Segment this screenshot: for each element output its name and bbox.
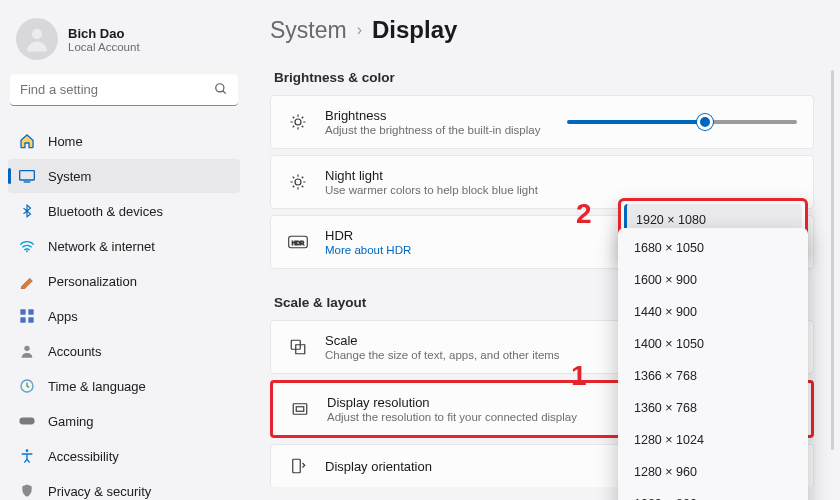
gaming-icon [18, 412, 36, 430]
svg-point-1 [216, 84, 224, 92]
accessibility-icon [18, 447, 36, 465]
hdr-icon: HDR [287, 235, 309, 249]
sidebar-item-system[interactable]: System [8, 159, 240, 193]
card-brightness[interactable]: Brightness Adjust the brightness of the … [270, 95, 814, 149]
user-subtitle: Local Account [68, 41, 140, 53]
nav-label: Accounts [48, 344, 101, 359]
nav-label: Accessibility [48, 449, 119, 464]
avatar [16, 18, 58, 60]
resolution-dropdown-list: 1680 × 1050 1600 × 900 1440 × 900 1400 ×… [618, 228, 808, 500]
night-light-icon [287, 173, 309, 191]
svg-rect-19 [296, 407, 304, 412]
main-content: System › Display Brightness & color Brig… [248, 0, 840, 500]
breadcrumb-parent[interactable]: System [270, 17, 347, 44]
card-subtitle: Use warmer colors to help block blue lig… [325, 184, 797, 196]
time-icon [18, 377, 36, 395]
svg-text:HDR: HDR [292, 240, 304, 246]
svg-rect-18 [293, 404, 307, 415]
sidebar-item-home[interactable]: Home [8, 124, 240, 158]
accounts-icon [18, 342, 36, 360]
nav-label: System [48, 169, 91, 184]
dropdown-item[interactable]: 1280 × 960 [622, 456, 804, 488]
dropdown-item[interactable]: 1366 × 768 [622, 360, 804, 392]
dropdown-item[interactable]: 1600 × 900 [622, 264, 804, 296]
annotation-1: 1 [571, 360, 587, 392]
svg-point-14 [295, 179, 301, 185]
sidebar-item-personalization[interactable]: Personalization [8, 264, 240, 298]
dropdown-item[interactable]: 1440 × 900 [622, 296, 804, 328]
svg-point-4 [26, 250, 28, 252]
card-title: Brightness [325, 108, 551, 123]
svg-rect-7 [20, 317, 25, 322]
svg-point-12 [26, 449, 29, 452]
chevron-right-icon: › [357, 21, 362, 39]
privacy-icon [18, 482, 36, 500]
svg-rect-5 [20, 309, 25, 314]
svg-rect-8 [28, 317, 33, 322]
page-title: Display [372, 16, 457, 44]
svg-point-0 [32, 29, 42, 39]
nav-label: Network & internet [48, 239, 155, 254]
home-icon [18, 132, 36, 150]
nav-label: Home [48, 134, 83, 149]
scale-icon [287, 338, 309, 356]
sidebar-item-gaming[interactable]: Gaming [8, 404, 240, 438]
orientation-icon [287, 457, 309, 475]
sidebar-item-network[interactable]: Network & internet [8, 229, 240, 263]
section-brightness-color: Brightness & color [274, 70, 814, 85]
card-subtitle: Adjust the brightness of the built-in di… [325, 124, 551, 136]
nav-label: Apps [48, 309, 78, 324]
svg-rect-6 [28, 309, 33, 314]
annotation-2: 2 [576, 198, 592, 230]
brightness-slider[interactable] [567, 120, 797, 124]
network-icon [18, 237, 36, 255]
dropdown-item[interactable]: 1280 × 1024 [622, 424, 804, 456]
sidebar-item-accounts[interactable]: Accounts [8, 334, 240, 368]
personalization-icon [18, 272, 36, 290]
dropdown-item[interactable]: 1680 × 1050 [622, 232, 804, 264]
nav-label: Personalization [48, 274, 137, 289]
nav-label: Privacy & security [48, 484, 151, 499]
svg-rect-2 [20, 171, 35, 180]
nav-label: Bluetooth & devices [48, 204, 163, 219]
user-name: Bich Dao [68, 26, 140, 41]
dropdown-item[interactable]: 1400 × 1050 [622, 328, 804, 360]
sidebar: Bich Dao Local Account Home System Bluet… [0, 0, 248, 500]
dropdown-item[interactable]: 1280 × 800 [622, 488, 804, 500]
nav-label: Time & language [48, 379, 146, 394]
sidebar-item-time[interactable]: Time & language [8, 369, 240, 403]
svg-rect-3 [24, 181, 31, 182]
dropdown-item[interactable]: 1360 × 768 [622, 392, 804, 424]
user-account-row[interactable]: Bich Dao Local Account [8, 8, 240, 74]
card-title: Night light [325, 168, 797, 183]
search-input[interactable] [10, 74, 238, 106]
bluetooth-icon [18, 202, 36, 220]
brightness-icon [287, 113, 309, 131]
svg-rect-20 [293, 459, 301, 473]
svg-point-9 [24, 346, 29, 351]
svg-rect-11 [19, 418, 34, 425]
nav: Home System Bluetooth & devices Network … [8, 124, 240, 500]
breadcrumb: System › Display [270, 16, 814, 44]
svg-point-13 [295, 119, 301, 125]
resolution-icon [289, 400, 311, 418]
search-icon [214, 82, 228, 99]
apps-icon [18, 307, 36, 325]
system-icon [18, 167, 36, 185]
scrollbar[interactable] [831, 70, 834, 450]
sidebar-item-accessibility[interactable]: Accessibility [8, 439, 240, 473]
sidebar-item-privacy[interactable]: Privacy & security [8, 474, 240, 500]
sidebar-item-bluetooth[interactable]: Bluetooth & devices [8, 194, 240, 228]
nav-label: Gaming [48, 414, 94, 429]
sidebar-item-apps[interactable]: Apps [8, 299, 240, 333]
